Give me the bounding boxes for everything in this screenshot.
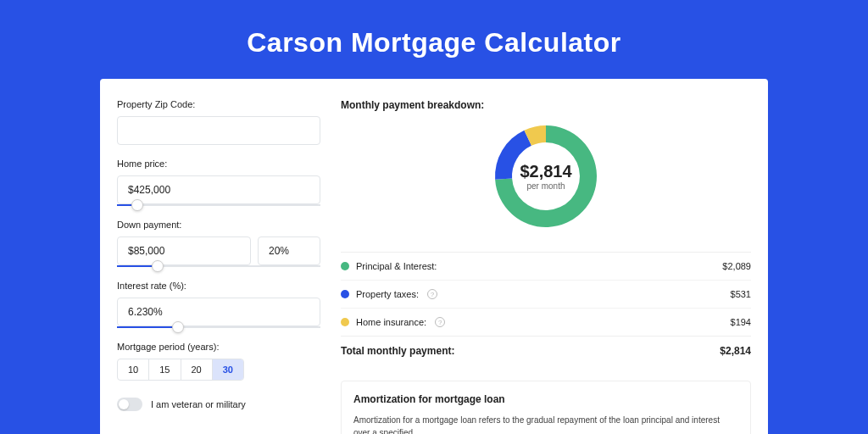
home-price-input[interactable] [117,175,320,204]
slider-thumb[interactable] [152,260,164,272]
donut-chart: $2,814 per month [341,121,751,231]
calculator-card: Property Zip Code: Home price: Down paym… [100,79,768,434]
total-value: $2,814 [720,345,751,357]
down-payment-label: Down payment: [117,220,320,230]
down-payment-field: Down payment: [117,220,320,267]
info-icon[interactable]: ? [435,317,445,327]
breakdown-panel: Monthly payment breakdown: $2,814 per mo… [341,99,751,434]
donut-center: $2,814 per month [520,162,571,191]
legend-dot [341,290,349,298]
legend-value: $194 [731,317,751,327]
interest-label: Interest rate (%): [117,281,320,291]
period-option-15[interactable]: 15 [149,359,181,380]
slider-thumb[interactable] [131,199,143,211]
period-label: Mortgage period (years): [117,342,320,352]
down-payment-amount-input[interactable] [117,236,251,265]
legend-dot [341,318,349,326]
period-option-30[interactable]: 30 [213,359,243,380]
legend-value: $531 [731,289,751,299]
zip-label: Property Zip Code: [117,99,320,109]
interest-input[interactable] [117,298,320,326]
period-options: 10152030 [117,359,244,381]
total-row: Total monthly payment: $2,814 [341,337,751,365]
zip-field: Property Zip Code: [117,99,320,145]
legend-label: Principal & Interest: [356,261,437,271]
period-option-10[interactable]: 10 [118,359,149,380]
home-price-slider[interactable] [117,204,320,206]
zip-input[interactable] [117,116,320,145]
legend-row: Principal & Interest:$2,089 [341,253,751,281]
toggle-knob [119,399,129,409]
legend-label: Property taxes: [356,289,419,299]
legend-row: Property taxes:?$531 [341,281,751,309]
home-price-label: Home price: [117,159,320,169]
amortization-text: Amortization for a mortgage loan refers … [353,414,738,434]
info-icon[interactable]: ? [427,289,437,299]
donut-sublabel: per month [520,181,571,191]
amortization-heading: Amortization for mortgage loan [353,393,738,405]
veteran-toggle[interactable] [117,398,142,411]
period-field: Mortgage period (years): 10152030 [117,342,320,381]
home-price-field: Home price: [117,159,320,206]
legend-label: Home insurance: [356,317,426,327]
slider-thumb[interactable] [172,321,184,333]
total-label: Total monthly payment: [341,345,454,357]
interest-field: Interest rate (%): [117,281,320,328]
interest-slider[interactable] [117,326,320,328]
down-payment-slider[interactable] [117,265,320,267]
amortization-block: Amortization for mortgage loan Amortizat… [341,381,751,434]
veteran-label: I am veteran or military [151,399,246,409]
breakdown-heading: Monthly payment breakdown: [341,99,751,111]
legend-dot [341,262,349,270]
down-payment-pct-input[interactable] [258,236,320,265]
donut-value: $2,814 [520,162,571,181]
legend-value: $2,089 [722,261,751,271]
page-title: Carson Mortgage Calculator [0,0,868,79]
form-panel: Property Zip Code: Home price: Down paym… [117,99,320,434]
period-option-20[interactable]: 20 [181,359,213,380]
legend: Principal & Interest:$2,089Property taxe… [341,252,751,337]
legend-row: Home insurance:?$194 [341,309,751,337]
veteran-toggle-row: I am veteran or military [117,398,320,411]
